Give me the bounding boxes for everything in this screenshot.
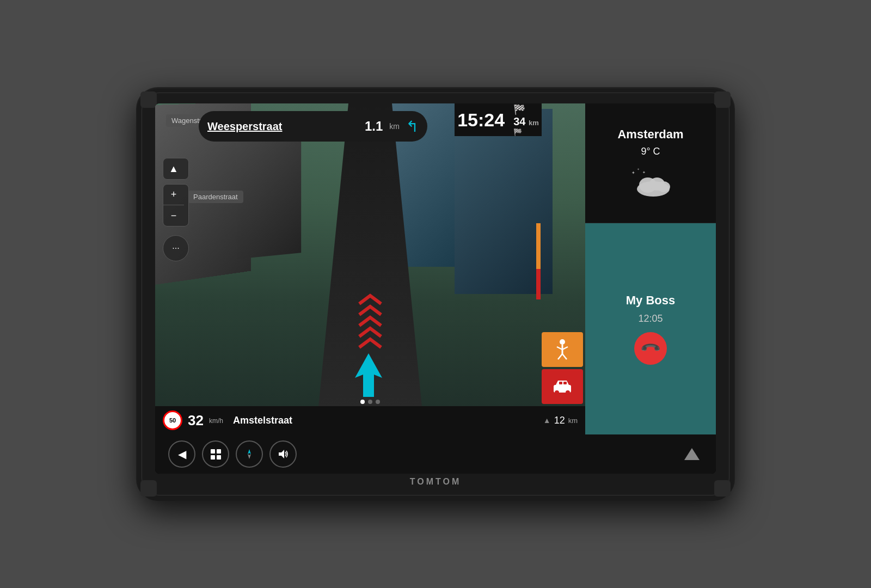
total-distance: 34 km [513, 115, 539, 128]
svg-rect-13 [563, 382, 567, 384]
call-panel[interactable]: My Boss 12:05 📞 [585, 223, 716, 434]
grid-dot-2 [217, 449, 221, 454]
svg-line-7 [562, 354, 567, 359]
menu-button[interactable]: ··· [163, 235, 189, 261]
road-chevrons [357, 293, 384, 358]
grid-icon [209, 448, 223, 461]
back-button[interactable]: ◀ [168, 440, 195, 468]
svg-point-2 [560, 339, 565, 345]
pedestrian-alert [542, 332, 583, 367]
screen: Wagenstraat Paardenstraat Weesperstraat … [155, 103, 716, 474]
nav-button-group: ◀ [168, 440, 297, 468]
corner-tr [714, 91, 731, 108]
back-arrow-icon: ◀ [178, 448, 186, 461]
map-time-overlay: 15:24 🏁 34 km 🏁 [455, 103, 542, 136]
compass-icon [243, 448, 255, 460]
grid-dot-3 [211, 455, 215, 460]
weather-temperature: 9° C [641, 146, 660, 157]
svg-point-20 [657, 181, 670, 192]
call-duration: 12:05 [638, 313, 663, 324]
volume-button[interactable] [269, 440, 297, 468]
svg-marker-21 [248, 449, 251, 454]
grid-menu-button[interactable] [202, 440, 229, 468]
right-panels: Amsterdam 9° C ✦ ✦ ✦ [585, 103, 716, 434]
map-bottom-bar: 50 32 km/h Amstelstraat ▲ 12 km [155, 406, 585, 434]
page-dot-1 [360, 400, 365, 404]
distance-to-destination: ▲ 12 km [543, 415, 578, 426]
device: Wagenstraat Paardenstraat Weesperstraat … [136, 87, 735, 501]
brand-name: TOMTOM [410, 474, 462, 490]
street-label-paardenstraat: Paardenstraat [188, 191, 243, 203]
speed-limit-sign: 50 [163, 411, 182, 430]
car-alert [542, 369, 583, 404]
speed-unit: km/h [209, 417, 223, 425]
corner-tl [140, 91, 157, 108]
zoom-up-button[interactable]: ▲ [163, 158, 184, 179]
page-dots [360, 400, 380, 404]
weather-city: Amsterdam [617, 127, 683, 142]
triangle-icon [684, 448, 700, 460]
svg-rect-12 [559, 382, 562, 384]
flag-icon-2: 🏁 [513, 128, 522, 136]
navigation-banner: Weesperstraat 1.1 km ↱ [199, 111, 427, 142]
main-screen: Wagenstraat Paardenstraat Weesperstraat … [155, 103, 716, 434]
nav-street-name: Weesperstraat [207, 120, 358, 133]
svg-text:✦: ✦ [637, 168, 640, 171]
finish-flag-icon: 🏁 [513, 103, 525, 115]
svg-point-11 [566, 390, 570, 395]
zoom-up-group: ▲ [163, 158, 189, 180]
corner-bl [140, 480, 157, 497]
svg-rect-1 [363, 372, 374, 397]
svg-point-10 [555, 390, 559, 395]
phone-icon: 📞 [639, 337, 661, 359]
map-distance-display: 🏁 34 km 🏁 [513, 103, 539, 136]
current-speed: 32 [188, 412, 204, 429]
speed-alert-bar [536, 223, 541, 299]
page-dot-2 [368, 400, 372, 404]
svg-line-6 [558, 354, 562, 359]
svg-marker-23 [279, 450, 284, 458]
page-dot-3 [376, 400, 380, 404]
svg-text:✦: ✦ [631, 170, 635, 175]
weather-panel[interactable]: Amsterdam 9° C ✦ ✦ ✦ [585, 103, 716, 223]
current-time: 15:24 [457, 109, 505, 131]
navigation-button[interactable] [236, 440, 263, 468]
grid-dot-4 [217, 455, 221, 460]
map-right-overlay [542, 136, 585, 406]
volume-icon [277, 448, 289, 460]
navigation-arrow [352, 351, 385, 402]
nav-distance-unit: km [389, 122, 400, 131]
end-call-button[interactable]: 📞 [634, 332, 667, 365]
svg-text:✦: ✦ [642, 170, 646, 174]
destination-arrow-icon: ▲ [543, 416, 551, 425]
zoom-out-button[interactable]: − [163, 205, 184, 226]
zoom-controls: + − [163, 184, 189, 226]
grid-dot-1 [211, 449, 215, 454]
map-view[interactable]: Wagenstraat Paardenstraat Weesperstraat … [155, 103, 585, 434]
current-street-name: Amstelstraat [233, 415, 538, 426]
menu-dots-icon: ··· [172, 243, 179, 253]
nav-distance: 1.1 [365, 119, 383, 134]
bottom-nav-bar: ◀ [155, 434, 716, 474]
turn-arrow-icon: ↱ [406, 118, 419, 136]
map-controls: ▲ + − ··· [163, 158, 189, 261]
cloud-icon: ✦ ✦ ✦ [629, 166, 678, 199]
call-contact-name: My Boss [626, 293, 675, 308]
corner-br [714, 480, 731, 497]
svg-marker-22 [248, 454, 251, 459]
nav-arrow-right[interactable] [681, 443, 703, 465]
zoom-in-button[interactable]: + [163, 185, 184, 205]
weather-icon-container: ✦ ✦ ✦ [629, 166, 672, 199]
